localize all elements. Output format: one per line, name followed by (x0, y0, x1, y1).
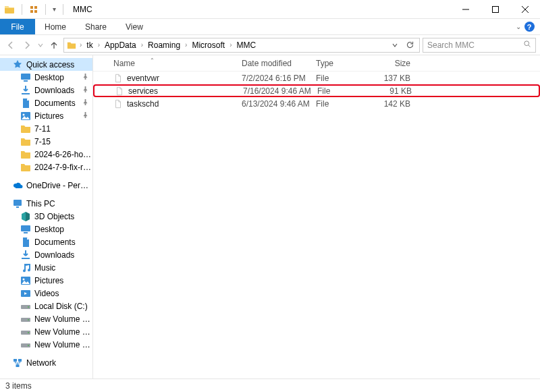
sidebar-item-documents[interactable]: Documents (0, 96, 92, 109)
videos-icon (20, 288, 31, 299)
search-input[interactable]: Search MMC (423, 38, 536, 53)
expand-ribbon-icon[interactable]: ⌄ (516, 23, 521, 30)
svg-line-6 (522, 6, 529, 13)
sidebar-item-desktop[interactable]: Desktop (0, 71, 92, 84)
qat-dropdown-icon[interactable]: ▾ (53, 5, 56, 13)
file-tab[interactable]: File (0, 19, 35, 34)
file-name: eventvwr (127, 74, 159, 83)
sidebar-item-label: This PC (26, 199, 55, 208)
sidebar-item-7-11[interactable]: 7-11 (0, 122, 92, 135)
sidebar-item-downloads[interactable]: Downloads (0, 248, 92, 261)
column-name[interactable]: Name ⌃ (113, 59, 242, 68)
refresh-button[interactable] (403, 38, 416, 52)
pin-icon (82, 74, 88, 81)
column-type[interactable]: Type (316, 59, 375, 68)
status-bar: 3 items (0, 379, 540, 392)
sidebar-item-label: Desktop (34, 73, 64, 82)
maximize-button[interactable] (481, 0, 510, 18)
up-button[interactable] (47, 38, 61, 52)
svg-point-8 (524, 41, 529, 46)
sidebar-item-2024-7-9-fix-runtim[interactable]: 2024-7-9-fix-runtim (0, 161, 92, 173)
column-size[interactable]: Size (375, 59, 416, 68)
svg-rect-5 (493, 6, 499, 12)
share-tab[interactable]: Share (76, 19, 116, 34)
quick-access-toolbar-icon[interactable] (29, 5, 38, 14)
breadcrumb[interactable]: Microsoft (189, 40, 227, 50)
sidebar-network[interactable]: Network (0, 356, 92, 369)
drive-icon (20, 339, 31, 350)
history-dropdown-button[interactable] (388, 38, 402, 52)
recent-locations-button[interactable] (36, 38, 45, 52)
sidebar-item-pictures[interactable]: Pictures (0, 109, 92, 122)
sidebar-item-videos[interactable]: Videos (0, 287, 92, 300)
desktop-icon (20, 72, 31, 83)
file-size: 91 KB (377, 86, 417, 96)
file-row-services[interactable]: services7/16/2024 9:46 AMFile91 KB (93, 84, 540, 97)
file-row-eventvwr[interactable]: eventvwr7/2/2024 6:16 PMFile137 KB (93, 72, 540, 84)
file-date: 7/2/2024 6:16 PM (242, 74, 316, 83)
forward-button[interactable] (20, 38, 34, 52)
chevron-right-icon[interactable]: › (79, 41, 82, 49)
sidebar-this-pc[interactable]: This PC (0, 197, 92, 210)
sidebar-quick-access[interactable]: Quick access (0, 58, 92, 71)
sidebar-item-label: Downloads (34, 86, 74, 95)
back-button[interactable] (4, 38, 18, 52)
file-date: 6/13/2024 9:46 AM (242, 99, 316, 109)
svg-rect-31 (14, 359, 17, 362)
chevron-right-icon[interactable]: › (229, 41, 232, 49)
breadcrumb[interactable]: MMC (234, 40, 259, 50)
sidebar-item-2024-6-26-how-to-s[interactable]: 2024-6-26-how-to-s (0, 148, 92, 161)
pc-icon (12, 198, 23, 209)
sidebar-item-label: Desktop (34, 225, 64, 234)
sidebar-item-new-volume-d-[interactable]: New Volume (D:) (0, 312, 92, 325)
file-row-taskschd[interactable]: taskschd6/13/2024 9:46 AMFile142 KB (93, 97, 540, 110)
sidebar-item-label: Music (34, 263, 55, 273)
address-bar[interactable]: › tk › AppData › Roaming › Microsoft › M… (63, 38, 420, 53)
sidebar-item-music[interactable]: Music (0, 261, 92, 274)
sidebar-item-documents[interactable]: Documents (0, 235, 92, 248)
chevron-right-icon[interactable]: › (97, 41, 101, 49)
sidebar-onedrive[interactable]: OneDrive - Personal (0, 179, 92, 192)
sidebar-item-pictures[interactable]: Pictures (0, 274, 92, 287)
drive-icon (20, 314, 31, 325)
sidebar-item-new-volume-f-[interactable]: New Volume (F:) (0, 338, 92, 351)
file-size: 142 KB (375, 99, 416, 109)
svg-point-30 (28, 345, 29, 346)
svg-rect-32 (18, 359, 22, 362)
breadcrumb[interactable]: AppData (102, 40, 139, 50)
sidebar-item-label: Local Disk (C:) (34, 302, 88, 311)
svg-rect-18 (24, 232, 28, 233)
sidebar-item-desktop[interactable]: Desktop (0, 223, 92, 235)
column-date[interactable]: Date modified (242, 59, 316, 68)
chevron-right-icon[interactable]: › (184, 41, 188, 49)
pin-icon (82, 99, 88, 107)
view-tab[interactable]: View (116, 19, 153, 34)
home-tab[interactable]: Home (35, 19, 76, 34)
minimize-button[interactable] (451, 0, 481, 18)
sidebar-item-label: Quick access (26, 60, 74, 69)
close-button[interactable] (510, 0, 540, 18)
svg-point-26 (28, 319, 29, 320)
sidebar-item-7-15[interactable]: 7-15 (0, 135, 92, 148)
svg-rect-29 (21, 343, 30, 347)
sidebar-item-label: 7-11 (34, 124, 51, 134)
folder-icon (20, 136, 31, 147)
sidebar-item-local-disk-c-[interactable]: Local Disk (C:) (0, 300, 92, 312)
svg-rect-3 (34, 10, 37, 13)
help-button[interactable]: ? (522, 19, 536, 34)
chevron-right-icon[interactable]: › (140, 41, 144, 49)
pictures-icon (20, 111, 31, 121)
downloads-icon (20, 85, 31, 96)
drive-icon (20, 301, 31, 312)
breadcrumb[interactable]: Roaming (145, 40, 183, 50)
breadcrumb[interactable]: tk (84, 40, 95, 50)
ribbon-tabs: File Home Share View ⌄ ? (0, 19, 540, 35)
sidebar-item-3d-objects[interactable]: 3D Objects (0, 210, 92, 223)
svg-rect-22 (21, 290, 30, 297)
documents-icon (20, 237, 31, 248)
file-name: taskschd (127, 99, 159, 109)
sidebar-item-new-volume-e-[interactable]: New Volume (E:) (0, 325, 92, 338)
sidebar-item-label: 7-15 (34, 137, 51, 146)
sidebar-item-downloads[interactable]: Downloads (0, 84, 92, 96)
svg-rect-20 (21, 277, 30, 285)
